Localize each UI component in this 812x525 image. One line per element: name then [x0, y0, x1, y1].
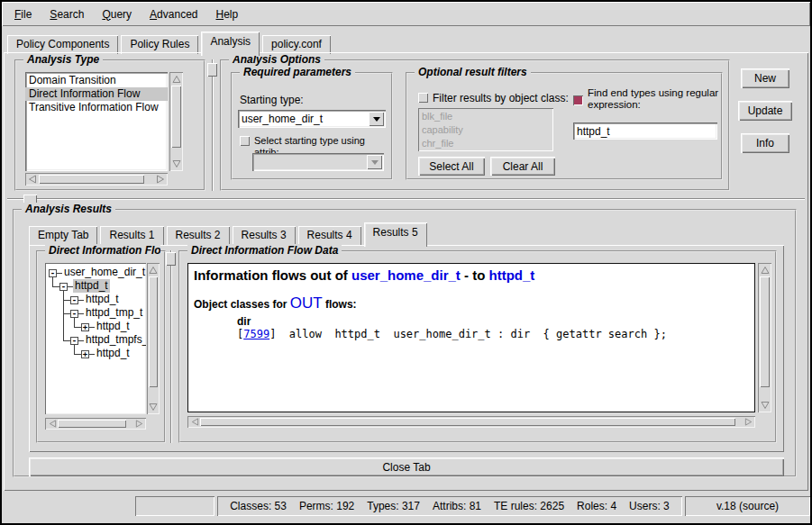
regex-input[interactable]: httpd_t	[573, 122, 717, 140]
pane-divider	[170, 250, 172, 443]
scroll-left-icon[interactable]	[26, 174, 39, 185]
results-tab-label: Results 2	[176, 229, 221, 241]
analysis-type-hscrollbar[interactable]	[25, 173, 168, 186]
sash-handle[interactable]	[207, 63, 217, 77]
tree-node-label[interactable]: httpd_t	[95, 320, 132, 333]
analysis-results-title: Analysis Results	[22, 203, 115, 215]
flow-tree-title: Direct Information Flow T	[45, 244, 160, 257]
menu-item-label: Advanced	[150, 8, 197, 21]
scroll-up-icon[interactable]	[170, 73, 182, 86]
analysis-type-vscrollbar[interactable]	[169, 72, 183, 171]
flow-tree-canvas[interactable]: -user_home_dir_t-httpd_t-httpd_t-httpd_t…	[45, 263, 146, 414]
scrollbar-thumb[interactable]	[760, 276, 770, 387]
tree-node-label[interactable]: user_home_dir_t	[62, 266, 146, 279]
starting-type-combobox[interactable]: user_home_dir_t	[238, 110, 386, 128]
main-tab-label: Policy Components	[16, 38, 109, 50]
main-tab-bar: Policy Components Policy Rules Analysis …	[7, 28, 333, 54]
tree-expander-icon[interactable]: -	[70, 337, 78, 345]
flow-data-group: Direct Information Flow Data Information…	[178, 250, 777, 443]
scroll-right-icon[interactable]	[154, 174, 167, 185]
tree-expander-icon[interactable]: +	[81, 323, 89, 331]
tree-expander-icon[interactable]: +	[81, 350, 89, 358]
analysis-type-item[interactable]: Domain Transition	[25, 74, 168, 87]
tree-expander-icon[interactable]: -	[70, 310, 78, 318]
tree-node-label[interactable]: httpd_tmp_t	[84, 306, 144, 320]
required-parameters-group: Required parameters Starting type: user_…	[231, 72, 393, 180]
scrollbar-thumb[interactable]	[58, 420, 126, 428]
scroll-up-icon[interactable]	[759, 264, 771, 276]
results-tab[interactable]: Results 2	[167, 226, 230, 245]
scrollbar-thumb[interactable]	[200, 418, 735, 426]
tree-expander-icon[interactable]: -	[70, 296, 78, 304]
attrib-combobox[interactable]	[252, 153, 384, 171]
object-class-item: blk_file	[418, 110, 553, 123]
update-button[interactable]: Update	[738, 101, 792, 121]
required-parameters-title: Required parameters	[240, 66, 355, 78]
clear-all-button[interactable]: Clear All	[490, 157, 555, 176]
tree-hscrollbar[interactable]	[45, 418, 146, 430]
tree-connector-line	[74, 327, 81, 328]
chevron-down-icon[interactable]	[367, 155, 382, 169]
scroll-right-icon[interactable]	[742, 417, 754, 427]
chevron-down-icon[interactable]	[369, 112, 384, 126]
scrollbar-thumb[interactable]	[149, 276, 158, 387]
object-class-label: blk_file	[422, 111, 452, 122]
new-button[interactable]: New	[741, 68, 789, 88]
policy-stat: TE rules: 2625	[494, 500, 564, 512]
menu-item[interactable]: File	[5, 5, 41, 24]
scroll-down-icon[interactable]	[148, 401, 159, 413]
menu-item[interactable]: Help	[206, 5, 247, 24]
results-tab[interactable]: Results 3	[233, 226, 296, 245]
tree-vscrollbar[interactable]	[147, 263, 160, 414]
select-all-button[interactable]: Select All	[418, 157, 485, 176]
analysis-type-listbox[interactable]: Domain Transition Direct Information Flo…	[25, 72, 168, 171]
results-tab[interactable]: Results 5	[364, 222, 427, 247]
scroll-up-icon[interactable]	[148, 264, 159, 276]
results-tab-label: Empty Tab	[38, 229, 88, 241]
flow-data-textarea[interactable]: Information flows out of user_home_dir_t…	[187, 263, 755, 412]
scroll-right-icon[interactable]	[132, 419, 145, 429]
analysis-type-item-label: Domain Transition	[29, 74, 116, 86]
info-button[interactable]: Info	[741, 133, 789, 153]
close-tab-button[interactable]: Close Tab	[29, 457, 784, 476]
main-tab[interactable]: policy.conf	[262, 35, 331, 54]
regex-checkbox-label: Find end types using regular expression:	[588, 87, 721, 111]
scroll-down-icon[interactable]	[759, 399, 771, 412]
analysis-type-title: Analysis Type	[23, 53, 103, 66]
main-tab[interactable]: Analysis	[201, 32, 260, 56]
filter-by-class-checkbox[interactable]	[418, 93, 428, 103]
starting-type-value[interactable]: user_home_dir_t	[242, 113, 368, 125]
data-hscrollbar[interactable]	[187, 416, 755, 428]
menu-item[interactable]: Query	[93, 5, 141, 24]
analysis-type-item[interactable]: Direct Information Flow	[25, 87, 168, 101]
tree-node-label[interactable]: httpd_tmpfs_	[84, 333, 146, 347]
menu-item[interactable]: Advanced	[141, 5, 206, 24]
results-tab[interactable]: Results 4	[298, 226, 361, 245]
regex-checkbox[interactable]	[573, 95, 583, 105]
tree-node-label[interactable]: httpd_t	[95, 347, 132, 360]
scrollbar-thumb[interactable]	[39, 175, 144, 184]
results-tab[interactable]: Empty Tab	[29, 226, 97, 245]
tree-expander-icon[interactable]: -	[59, 283, 68, 291]
object-class-item: capability	[418, 123, 553, 137]
rule-id-link[interactable]: 7599	[243, 328, 269, 340]
main-tab[interactable]: Policy Components	[7, 35, 118, 54]
tree-node-label[interactable]: httpd_t	[73, 279, 110, 293]
policy-stat: Perms: 192	[299, 500, 354, 512]
main-tab[interactable]: Policy Rules	[121, 35, 198, 54]
tree-node-label[interactable]: httpd_t	[84, 293, 121, 306]
attrib-checkbox[interactable]	[240, 136, 250, 146]
tree-expander-icon[interactable]: -	[49, 269, 57, 277]
scrollbar-thumb[interactable]	[171, 86, 181, 148]
analysis-type-item[interactable]: Transitive Information Flow	[25, 101, 168, 114]
scroll-left-icon[interactable]	[46, 419, 59, 429]
scroll-left-icon[interactable]	[188, 417, 201, 427]
data-vscrollbar[interactable]	[758, 263, 771, 412]
sash-handle[interactable]	[166, 252, 176, 266]
tree-connector-line	[63, 291, 64, 341]
analysis-options-group: Analysis Options Required parameters Sta…	[220, 59, 730, 191]
object-class-listbox[interactable]: blk_file capability chr_file	[418, 108, 553, 151]
menu-item[interactable]: Search	[41, 5, 93, 24]
scroll-down-icon[interactable]	[170, 158, 182, 170]
results-tab[interactable]: Results 1	[100, 226, 163, 245]
